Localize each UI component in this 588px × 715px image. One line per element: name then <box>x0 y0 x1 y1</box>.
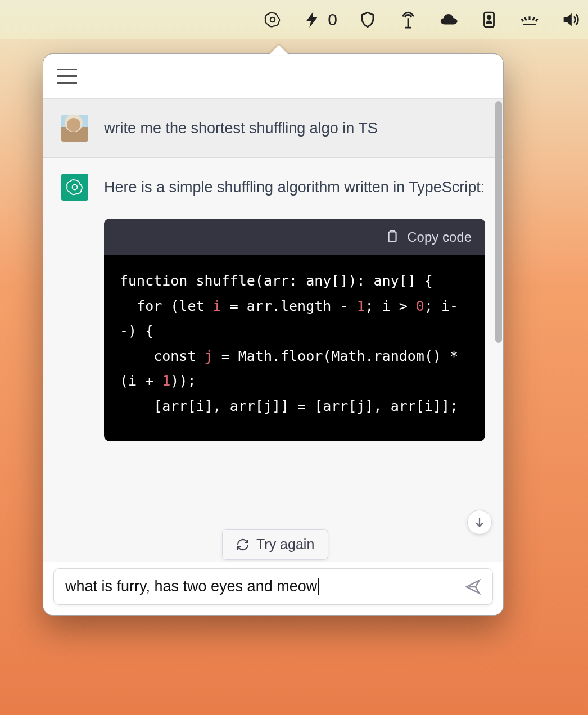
assistant-message-row: Here is a simple shuffling algorithm wri… <box>43 158 503 441</box>
refresh-icon <box>236 538 250 551</box>
popover-caret <box>269 45 289 55</box>
assistant-avatar <box>61 174 88 201</box>
keyboard-brightness-icon[interactable] <box>519 10 540 30</box>
send-button[interactable] <box>464 578 481 595</box>
cloud-icon[interactable] <box>438 10 459 30</box>
shield-icon[interactable] <box>358 10 378 30</box>
copy-code-button[interactable]: Copy code <box>104 219 485 255</box>
assistant-intro-text: Here is a simple shuffling algorithm wri… <box>104 176 485 200</box>
chat-input-text[interactable]: what is furry, has two eyes and meow <box>65 578 464 595</box>
assistant-message: Here is a simple shuffling algorithm wri… <box>104 174 485 441</box>
arrow-down-icon <box>473 516 486 528</box>
text-cursor <box>318 578 319 595</box>
menu-bar: 0 <box>0 0 588 39</box>
chat-body: write me the shortest shuffling algo in … <box>43 99 503 562</box>
user-avatar <box>61 115 88 142</box>
chat-input[interactable]: what is furry, has two eyes and meow <box>53 568 493 605</box>
svg-rect-4 <box>389 232 396 242</box>
svg-point-0 <box>270 17 275 22</box>
code-block: Copy code function shuffle(arr: any[]): … <box>104 219 485 441</box>
send-icon <box>464 578 481 595</box>
user-message-row: write me the shortest shuffling algo in … <box>43 99 503 158</box>
copy-code-label: Copy code <box>407 227 472 247</box>
input-area: what is furry, has two eyes and meow <box>43 562 503 615</box>
svg-point-2 <box>487 16 491 19</box>
volume-icon[interactable] <box>560 10 580 30</box>
tower-icon[interactable] <box>398 10 418 30</box>
svg-point-3 <box>73 185 78 190</box>
scroll-down-button[interactable] <box>467 510 492 535</box>
menu-hamburger-icon[interactable] <box>56 65 78 88</box>
code-content: function shuffle(arr: any[]): any[] { fo… <box>104 255 485 441</box>
popover-header <box>43 54 503 99</box>
try-again-label: Try again <box>256 536 314 553</box>
lightning-indicator[interactable]: 0 <box>303 10 337 29</box>
scrollbar[interactable] <box>495 101 502 343</box>
badge-icon[interactable] <box>479 10 499 30</box>
user-message-text: write me the shortest shuffling algo in … <box>104 115 485 141</box>
try-again-button[interactable]: Try again <box>222 529 328 560</box>
clipboard-icon <box>385 229 399 244</box>
chat-popover: write me the shortest shuffling algo in … <box>43 53 504 616</box>
openai-menu-icon[interactable] <box>263 10 283 30</box>
lightning-count: 0 <box>328 10 337 29</box>
